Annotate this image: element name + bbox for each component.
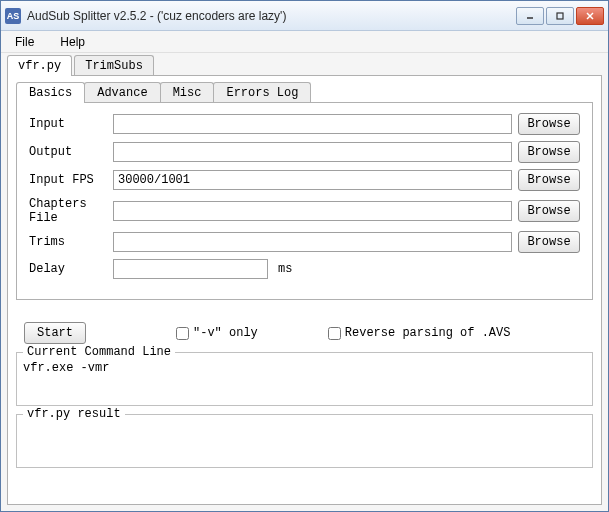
tab-errors-log[interactable]: Errors Log [213, 82, 311, 103]
titlebar: AS AudSub Splitter v2.5.2 - ('cuz encode… [1, 1, 608, 31]
outer-tabs: vfr.py TrimSubs [7, 55, 602, 76]
app-icon: AS [5, 8, 21, 24]
menu-help[interactable]: Help [54, 33, 91, 51]
result-group: vfr.py result [16, 414, 593, 468]
trims-label: Trims [29, 235, 107, 249]
output-label: Output [29, 145, 107, 159]
tab-panel-vfr: Basics Advance Misc Errors Log Input Bro… [7, 75, 602, 505]
app-window: AS AudSub Splitter v2.5.2 - ('cuz encode… [0, 0, 609, 512]
tab-basics[interactable]: Basics [16, 82, 85, 103]
vonly-checkbox[interactable] [176, 327, 189, 340]
trims-field[interactable] [113, 232, 512, 252]
svg-rect-1 [557, 13, 563, 19]
tab-trimsubs[interactable]: TrimSubs [74, 55, 154, 76]
reverse-label: Reverse parsing of .AVS [345, 326, 511, 340]
command-line-text: vfr.exe -vmr [21, 357, 588, 401]
close-button[interactable] [576, 7, 604, 25]
reverse-checkbox[interactable] [328, 327, 341, 340]
input-field[interactable] [113, 114, 512, 134]
output-field[interactable] [113, 142, 512, 162]
maximize-button[interactable] [546, 7, 574, 25]
chapters-label: Chapters File [29, 197, 107, 225]
command-line-group: Current Command Line vfr.exe -vmr [16, 352, 593, 406]
input-label: Input [29, 117, 107, 131]
menu-file[interactable]: File [9, 33, 40, 51]
browse-trims-button[interactable]: Browse [518, 231, 580, 253]
chapters-field[interactable] [113, 201, 512, 221]
result-title: vfr.py result [23, 407, 125, 421]
fps-field[interactable] [113, 170, 512, 190]
browse-chapters-button[interactable]: Browse [518, 200, 580, 222]
delay-unit: ms [278, 262, 292, 276]
browse-output-button[interactable]: Browse [518, 141, 580, 163]
tab-vfr[interactable]: vfr.py [7, 55, 72, 76]
minimize-button[interactable] [516, 7, 544, 25]
content-area: vfr.py TrimSubs Basics Advance Misc Erro… [1, 53, 608, 511]
start-button[interactable]: Start [24, 322, 86, 344]
result-text [21, 419, 588, 463]
tab-misc[interactable]: Misc [160, 82, 215, 103]
vonly-checkbox-group[interactable]: "-v" only [176, 326, 258, 340]
delay-label: Delay [29, 262, 107, 276]
delay-field[interactable] [113, 259, 268, 279]
window-buttons [516, 7, 604, 25]
command-line-title: Current Command Line [23, 345, 175, 359]
menubar: File Help [1, 31, 608, 53]
vonly-label: "-v" only [193, 326, 258, 340]
reverse-checkbox-group[interactable]: Reverse parsing of .AVS [328, 326, 511, 340]
browse-fps-button[interactable]: Browse [518, 169, 580, 191]
window-title: AudSub Splitter v2.5.2 - ('cuz encoders … [27, 9, 516, 23]
fps-label: Input FPS [29, 173, 107, 187]
control-row: Start "-v" only Reverse parsing of .AVS [16, 322, 593, 344]
browse-input-button[interactable]: Browse [518, 113, 580, 135]
tab-advance[interactable]: Advance [84, 82, 160, 103]
inner-tabs: Basics Advance Misc Errors Log [16, 82, 593, 103]
basics-panel: Input Browse Output Browse Input FPS Bro… [16, 102, 593, 300]
